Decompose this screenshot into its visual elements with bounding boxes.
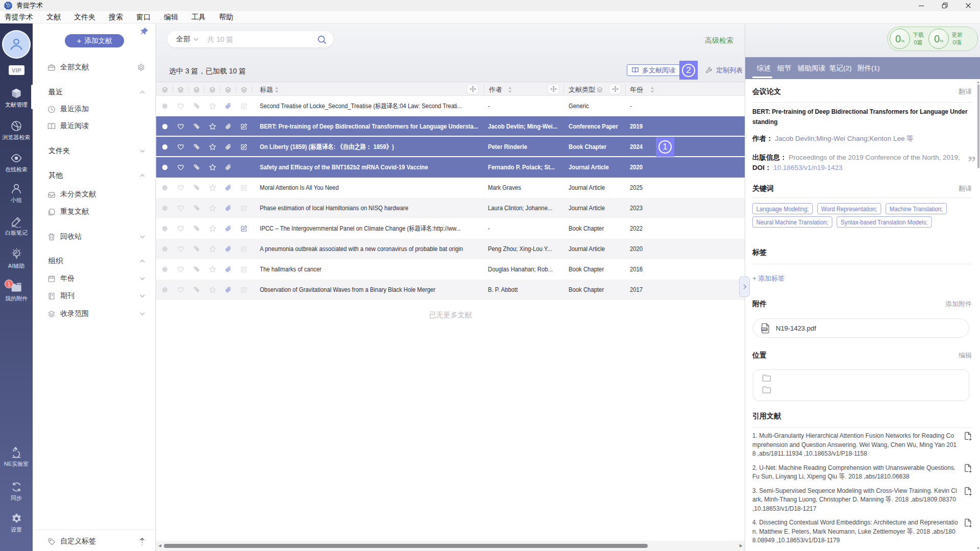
doi-link[interactable]: 10.18653/v1/n19-1423: [773, 164, 842, 171]
customize-columns-button[interactable]: 定制列表: [705, 64, 743, 76]
table-row[interactable]: BERT: Pre-training of Deep Bidirectional…: [156, 116, 745, 137]
tag-label-icon[interactable]: [193, 184, 200, 191]
rail-item-settings[interactable]: 设置: [0, 513, 33, 533]
sidebar-item-recently-read[interactable]: 最近阅读: [33, 118, 156, 134]
cell-type[interactable]: Journal Article: [569, 239, 624, 259]
rail-item-browser-search[interactable]: 浏览器检索: [0, 120, 33, 141]
add-reference-icon[interactable]: [964, 518, 972, 528]
resize-type-handle[interactable]: [609, 84, 621, 94]
attachment-clip-icon[interactable]: [225, 266, 232, 273]
favorite-heart-icon[interactable]: [177, 245, 184, 253]
chevron-down-icon[interactable]: [139, 276, 145, 282]
menu-folder[interactable]: 文件夹: [67, 11, 102, 23]
chevron-up-icon[interactable]: [139, 258, 145, 264]
attachment-clip-icon[interactable]: [225, 286, 232, 293]
chevron-down-icon[interactable]: [139, 234, 145, 240]
edit-note-icon[interactable]: [240, 205, 248, 212]
star-icon[interactable]: [209, 164, 216, 171]
quote-icon[interactable]: ”: [968, 153, 975, 171]
translate-link-2[interactable]: 翻译: [959, 184, 972, 193]
star-icon[interactable]: [209, 245, 216, 253]
rail-item-groups[interactable]: 小组: [0, 183, 33, 204]
favorite-heart-icon[interactable]: [177, 205, 184, 212]
table-row[interactable]: Safety and Efficacy of the BNT162b2 mRNA…: [156, 157, 745, 178]
keyword-chip[interactable]: Language Modeling;: [752, 203, 813, 214]
menu-edit[interactable]: 编辑: [157, 11, 185, 23]
cell-year[interactable]: 2017: [630, 280, 661, 300]
column-group-icon[interactable]: [209, 86, 216, 93]
column-group-icon[interactable]: [225, 86, 232, 93]
sidebar-section-recent[interactable]: 最近: [33, 85, 156, 100]
cell-title[interactable]: BERT: Pre-training of Deep Bidirectional…: [260, 116, 478, 137]
add-tag-link[interactable]: + 添加标签: [752, 274, 972, 283]
attachment-item[interactable]: N19-1423.pdf: [753, 318, 969, 338]
cell-author[interactable]: Peter Rinderle: [488, 137, 559, 157]
cell-year[interactable]: 2023: [630, 198, 661, 218]
cell-author[interactable]: -: [488, 96, 559, 116]
panel-collapse-handle[interactable]: [739, 277, 750, 297]
chevron-down-icon[interactable]: [139, 311, 145, 317]
cell-year[interactable]: 2020: [630, 157, 661, 178]
sidebar-item-by-source[interactable]: 收录范围: [33, 306, 156, 321]
cell-type[interactable]: Book Chapter: [569, 137, 624, 157]
column-group-icon[interactable]: [177, 86, 184, 93]
cell-author[interactable]: B. P. Abbott: [488, 280, 559, 300]
edit-note-icon[interactable]: [240, 103, 248, 110]
select-dot-icon[interactable]: [162, 103, 168, 109]
column-year[interactable]: 年份: [630, 85, 643, 94]
table-row[interactable]: Moral Attention Is All You Need Mark Gra…: [156, 178, 745, 198]
rail-item-ai-assist[interactable]: AI辅助: [0, 247, 33, 269]
sort-year-icon[interactable]: [650, 86, 655, 93]
menu-window[interactable]: 窗口: [130, 11, 157, 23]
star-icon[interactable]: [209, 266, 216, 273]
rail-item-ne-lab[interactable]: NE实验室: [0, 446, 33, 467]
reference-text[interactable]: 3. Semi-Supervised Sequence Modeling wit…: [752, 486, 959, 513]
favorite-heart-icon[interactable]: [177, 164, 184, 171]
keyword-chip[interactable]: Word Representation;: [817, 203, 881, 214]
select-dot-icon[interactable]: [162, 164, 168, 170]
column-group-icon[interactable]: [161, 86, 168, 93]
table-row[interactable]: Second Treatise of Locke_Second_Treatise…: [156, 96, 745, 116]
cell-type[interactable]: Journal Article: [569, 178, 624, 198]
cell-title[interactable]: On Liberty (1859) (标题译名: 《自由之路： 1859》): [260, 137, 478, 157]
cell-year[interactable]: 2016: [630, 259, 661, 280]
folder-icon[interactable]: [762, 374, 969, 382]
scrollbar-thumb[interactable]: [164, 544, 648, 548]
chevron-up-icon[interactable]: [139, 172, 145, 179]
favorite-heart-icon[interactable]: [177, 184, 184, 191]
cell-author[interactable]: Laura Clinton; Johanne...: [488, 198, 559, 218]
tab-overview[interactable]: 综述: [757, 57, 771, 79]
translate-link[interactable]: 翻译: [959, 87, 972, 96]
menu-search[interactable]: 搜索: [102, 11, 130, 23]
panel-scrollbar-thumb[interactable]: [977, 84, 979, 168]
rail-item-sync[interactable]: 同步: [0, 481, 33, 502]
cell-title[interactable]: Second Treatise of Locke_Second_Treatise…: [260, 96, 478, 116]
column-type[interactable]: 文献类型: [569, 85, 595, 94]
tag-label-icon[interactable]: [193, 286, 200, 293]
favorite-heart-icon[interactable]: [177, 123, 184, 130]
cell-type[interactable]: Book Chapter: [569, 259, 624, 280]
cell-author[interactable]: Fernando P. Polack; St...: [488, 157, 559, 178]
edit-location-link[interactable]: 编辑: [959, 351, 972, 360]
sidebar-item-by-journal[interactable]: 期刊: [33, 288, 156, 304]
sort-title-icon[interactable]: [274, 86, 279, 93]
star-icon[interactable]: [209, 184, 216, 192]
library-settings-icon[interactable]: [137, 63, 145, 72]
chevron-down-icon[interactable]: [139, 148, 145, 154]
authors-value[interactable]: Jacob Devlin;Ming-Wei Chang;Kenton Lee: [775, 135, 904, 142]
sync-status-widget[interactable]: 0 % 下载0篇 0 % 更新0项: [887, 27, 978, 51]
tab-assisted-reading[interactable]: 辅助阅读: [798, 57, 825, 79]
scope-chevron-icon[interactable]: [193, 36, 199, 42]
attachment-clip-icon[interactable]: [225, 143, 232, 151]
favorite-heart-icon[interactable]: [177, 266, 184, 273]
reference-text[interactable]: 1. Multi-Granularity Hierarchical Attent…: [752, 431, 959, 458]
minimize-button[interactable]: [910, 0, 933, 11]
tab-details[interactable]: 细节: [777, 57, 791, 79]
table-row[interactable]: Phase estimation of local Hamiltonians o…: [156, 198, 745, 218]
cell-author[interactable]: Mark Graves: [488, 178, 559, 198]
rail-item-documents[interactable]: 文献管理: [0, 87, 33, 108]
cell-title[interactable]: Safety and Efficacy of the BNT162b2 mRNA…: [260, 157, 478, 178]
sidebar-item-custom-tags[interactable]: 自定义标签: [33, 534, 156, 549]
scroll-down-icon[interactable]: ▼: [976, 546, 980, 550]
sidebar-section-organize[interactable]: 组织: [33, 254, 156, 269]
